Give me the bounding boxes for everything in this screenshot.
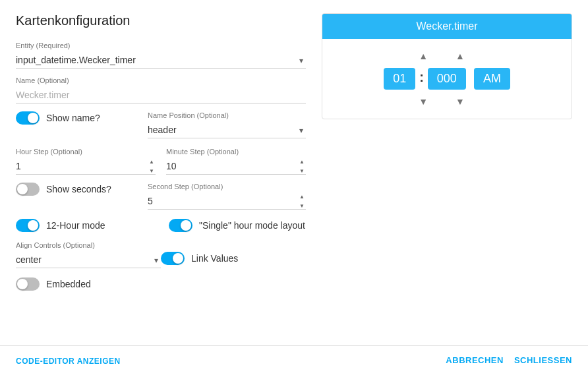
- minutes-up-button[interactable]: ▲: [450, 49, 470, 63]
- cancel-button[interactable]: ABBRECHEN: [446, 353, 504, 368]
- entity-field-group: Entity (Required) ▾: [16, 42, 306, 69]
- page-title: Kartenkonfiguration: [16, 13, 306, 28]
- second-step-label: Second Step (Optional): [148, 183, 306, 190]
- hour-step-spinners: ▲ ▼: [148, 158, 156, 176]
- time-values-row: 01 : 000 AM: [384, 68, 510, 90]
- hour-mode-col: 12-Hour mode: [16, 219, 153, 232]
- code-editor-link[interactable]: CODE-EDITOR ANZEIGEN: [16, 357, 121, 366]
- page-container: Kartenkonfiguration Entity (Required) ▾ …: [0, 0, 588, 377]
- hour-mode-track: [16, 219, 40, 232]
- name-field-group: Name (Optional): [16, 76, 306, 103]
- show-seconds-thumb: [17, 184, 28, 194]
- name-position-label: Name Position (Optional): [148, 111, 306, 119]
- embedded-track: [16, 277, 40, 291]
- show-seconds-label: Show seconds?: [46, 184, 111, 194]
- show-name-label: Show name?: [46, 113, 100, 123]
- minute-step-input[interactable]: [166, 158, 306, 175]
- hour-step-label: Hour Step (Optional): [16, 148, 156, 156]
- link-values-col: Link Values: [161, 241, 306, 265]
- link-values-track: [161, 252, 185, 265]
- time-colon: :: [419, 70, 424, 88]
- hours-segment-down: ▼: [413, 95, 433, 108]
- left-panel: Kartenkonfiguration Entity (Required) ▾ …: [16, 13, 306, 339]
- single-hour-toggle[interactable]: [169, 219, 192, 232]
- preview-header: Wecker.timer: [322, 14, 572, 39]
- footer: CODE-EDITOR ANZEIGEN ABBRECHEN SCHLIESSE…: [0, 345, 588, 377]
- single-hour-thumb: [181, 220, 191, 231]
- link-values-label: Link Values: [191, 253, 238, 264]
- hours-value[interactable]: 01: [384, 68, 415, 90]
- hour-mode-thumb: [28, 220, 38, 231]
- minute-step-down[interactable]: ▼: [298, 167, 306, 176]
- show-name-row: Show name?: [16, 111, 148, 125]
- name-input[interactable]: [16, 87, 306, 103]
- link-values-toggle[interactable]: [161, 252, 185, 265]
- period-value[interactable]: AM: [474, 68, 510, 90]
- second-step-input[interactable]: [148, 193, 306, 210]
- second-step-spinners: ▲ ▼: [298, 192, 306, 211]
- right-panel: Wecker.timer ▲ ▲: [322, 13, 572, 339]
- minutes-value[interactable]: 000: [428, 68, 466, 90]
- name-position-group: Name Position (Optional) header footer n…: [148, 111, 306, 138]
- show-name-toggle[interactable]: [16, 111, 40, 125]
- single-hour-track: [169, 219, 192, 232]
- close-button[interactable]: SCHLIESSEN: [514, 353, 572, 368]
- hour-step-up[interactable]: ▲: [148, 158, 156, 167]
- align-controls-label: Align Controls (Optional): [16, 241, 161, 249]
- hours-up-button[interactable]: ▲: [413, 49, 433, 63]
- preview-body: ▲ ▲ 01 : 000 AM: [322, 39, 572, 119]
- name-position-select-wrapper: header footer none ▾: [148, 122, 306, 138]
- show-seconds-toggle[interactable]: [16, 183, 40, 196]
- embedded-toggle[interactable]: [16, 277, 40, 291]
- name-position-select[interactable]: header footer none: [148, 122, 306, 138]
- hour-mode-label: 12-Hour mode: [46, 220, 105, 231]
- minutes-segment-up: ▲: [450, 49, 470, 63]
- second-step-group: Second Step (Optional) ▲ ▼: [148, 183, 306, 210]
- up-arrows-row: ▲ ▲: [413, 49, 481, 63]
- show-seconds-row: Show seconds?: [16, 183, 148, 196]
- minute-step-up[interactable]: ▲: [298, 158, 306, 167]
- show-name-thumb: [28, 113, 38, 123]
- embedded-row: Embedded: [16, 277, 306, 291]
- minute-step-spinners: ▲ ▼: [298, 158, 306, 176]
- entity-input[interactable]: [16, 52, 306, 69]
- minute-step-wrapper: ▲ ▼: [166, 158, 306, 175]
- entity-label: Entity (Required): [16, 42, 306, 49]
- hour-step-group: Hour Step (Optional) ▲ ▼: [16, 148, 156, 175]
- minutes-down-button[interactable]: ▼: [450, 95, 470, 108]
- hours-segment-up: ▲: [413, 49, 433, 63]
- align-controls-select-wrapper: left center right ▾: [16, 252, 161, 268]
- hour-step-wrapper: ▲ ▼: [16, 158, 156, 175]
- align-controls-select[interactable]: left center right: [16, 252, 161, 268]
- hour-step-down[interactable]: ▼: [148, 167, 156, 176]
- show-seconds-track: [16, 183, 40, 196]
- preview-card: Wecker.timer ▲ ▲: [322, 13, 572, 119]
- embedded-thumb: [17, 279, 28, 289]
- second-step-up[interactable]: ▲: [298, 192, 306, 202]
- second-step-wrapper: ▲ ▼: [148, 193, 306, 210]
- step-row: Hour Step (Optional) ▲ ▼ Minute Step (Op…: [16, 148, 306, 175]
- name-label: Name (Optional): [16, 76, 306, 84]
- hours-down-button[interactable]: ▼: [413, 95, 433, 108]
- minute-step-label: Minute Step (Optional): [166, 148, 306, 156]
- hour-mode-toggle[interactable]: [16, 219, 40, 232]
- show-name-track: [16, 111, 40, 125]
- minute-step-group: Minute Step (Optional) ▲ ▼: [166, 148, 306, 175]
- down-arrows-row: ▼ ▼: [413, 95, 481, 108]
- second-step-down[interactable]: ▼: [298, 202, 306, 211]
- single-hour-label: "Single" hour mode layout: [199, 220, 305, 231]
- minutes-segment-down: ▼: [450, 95, 470, 108]
- align-controls-group: Align Controls (Optional) left center ri…: [16, 241, 161, 268]
- footer-left: CODE-EDITOR ANZEIGEN: [16, 355, 121, 366]
- single-hour-col: "Single" hour mode layout: [169, 219, 306, 232]
- entity-select-wrapper: ▾: [16, 52, 306, 69]
- link-values-thumb: [173, 253, 183, 264]
- main-content: Kartenkonfiguration Entity (Required) ▾ …: [0, 0, 588, 345]
- mode-row: 12-Hour mode "Single" hour mode layout: [16, 219, 306, 232]
- embedded-label: Embedded: [46, 279, 91, 289]
- footer-right: ABBRECHEN SCHLIESSEN: [446, 353, 572, 368]
- hour-step-input[interactable]: [16, 158, 156, 175]
